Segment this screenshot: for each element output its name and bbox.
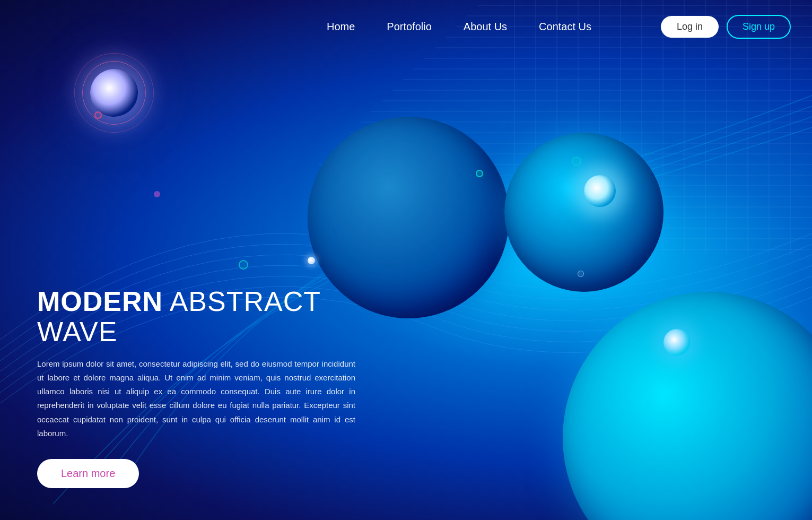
nav-home[interactable]: Home xyxy=(327,21,355,33)
sphere-glow xyxy=(584,175,616,207)
nav-buttons: Log in Sign up xyxy=(661,15,791,39)
dot-teal-right xyxy=(476,170,483,177)
dot-glow-right xyxy=(663,329,690,356)
nav-contact[interactable]: Contact Us xyxy=(539,21,591,33)
learn-more-button[interactable]: Learn more xyxy=(37,459,139,488)
navbar: Home Portofolio About Us Contact Us Log … xyxy=(0,0,812,53)
orb-top-left xyxy=(90,69,138,117)
hero-body-text: Lorem ipsum dolor sit amet, consectetur … xyxy=(37,357,355,441)
dot-teal-center xyxy=(239,260,248,270)
login-button[interactable]: Log in xyxy=(661,16,719,38)
signup-button[interactable]: Sign up xyxy=(727,15,791,39)
dot-purple xyxy=(154,191,160,197)
sphere-right xyxy=(504,133,663,292)
dot-pink xyxy=(94,111,102,119)
hero-headline: MODERN ABSTRACT WAVE xyxy=(37,287,355,347)
dot-light-right xyxy=(578,271,584,277)
nav-portfolio[interactable]: Portofolio xyxy=(387,21,432,33)
dot-sphere-top xyxy=(572,157,581,166)
hero-content: MODERN ABSTRACT WAVE Lorem ipsum dolor s… xyxy=(37,287,355,488)
dot-white-center xyxy=(308,257,315,264)
nav-about[interactable]: About Us xyxy=(464,21,507,33)
headline-bold: MODERN xyxy=(37,286,163,317)
sphere-large xyxy=(563,292,812,520)
